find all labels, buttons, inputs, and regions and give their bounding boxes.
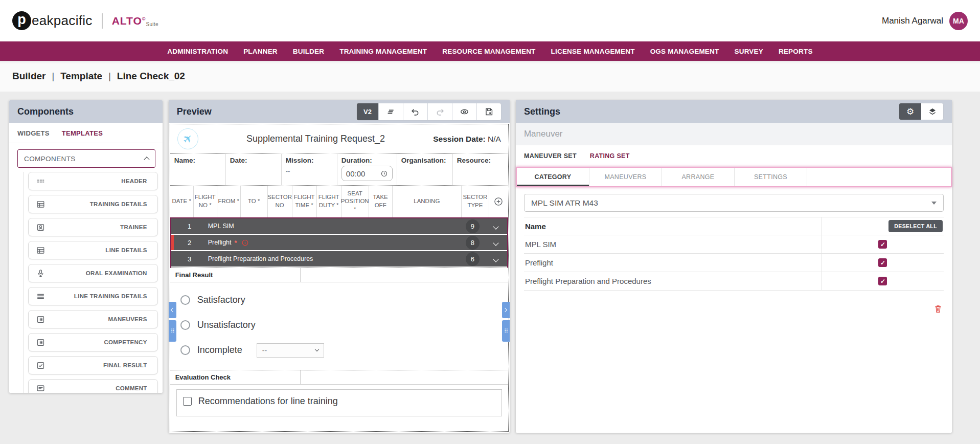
component-item-line-details[interactable]: LINE DETAILS (28, 241, 158, 259)
field-value: -- (286, 167, 333, 175)
row-checkbox[interactable] (878, 240, 887, 249)
section-number: 2 (171, 239, 208, 247)
incomplete-grade-select[interactable]: -- (257, 343, 324, 358)
deselect-all-button[interactable]: DESELECT ALL (888, 220, 943, 232)
brand-logo[interactable]: p eakpacific ALTO©Suite (12, 11, 158, 30)
nav-builder[interactable]: BUILDER (290, 48, 327, 55)
user-menu[interactable]: Manish Agarwal MA (882, 12, 968, 30)
component-item-trainee[interactable]: TRAINEE (28, 218, 158, 236)
user-name: Manish Agarwal (882, 16, 943, 26)
evaluation-check-widget[interactable]: Evaluation Check Recommendations for lin… (170, 370, 508, 416)
product-alto: ALTO (112, 15, 142, 27)
gear-button[interactable]: ⚙ (899, 103, 921, 120)
component-item-comment[interactable]: COMMENT (28, 379, 158, 393)
tab-category[interactable]: CATEGORY (517, 168, 589, 186)
undo-button[interactable] (403, 103, 427, 120)
col-header-take-off: TAKE OFF (369, 186, 392, 217)
drag-left-handle[interactable]: ⠿ (169, 320, 176, 342)
radio-circle-icon[interactable] (180, 345, 190, 355)
nav-administration[interactable]: ADMINISTRATION (164, 48, 231, 55)
final-result-widget[interactable]: Final Result Satisfactory Unsatisfactory… (170, 268, 508, 370)
add-row-button[interactable] (489, 186, 508, 217)
tab-maneuvers[interactable]: MANEUVERS (589, 168, 662, 186)
field-resource: Resource: (452, 154, 508, 185)
component-item-training-details[interactable]: TRAINING DETAILS (28, 195, 158, 213)
check-doc-icon (36, 360, 46, 370)
nav-planner[interactable]: PLANNER (240, 48, 281, 55)
component-item-label: TRAINEE (120, 224, 147, 230)
section-row-preflight-preparation[interactable]: 3 Preflight Preparation and Procedures 6 (171, 251, 507, 268)
radio-unsatisfactory[interactable]: Unsatisfactory (180, 313, 508, 338)
table-header-row: Name DESELECT ALL (524, 217, 944, 235)
align-justify-button[interactable] (378, 103, 403, 120)
tab-maneuver-set[interactable]: MANEUVER SET (524, 152, 577, 160)
components-collapse-header[interactable]: COMPONENTS (17, 149, 155, 168)
tab-arrange[interactable]: ARRANGE (662, 168, 735, 186)
component-item-label: MANEUVERS (108, 316, 147, 322)
section-row-mpl-sim[interactable]: 1 MPL SIM 9 (171, 218, 507, 235)
trash-icon[interactable] (933, 304, 943, 314)
drag-right-handle[interactable]: ⠿ (502, 320, 510, 342)
chevron-down-icon[interactable] (494, 221, 498, 231)
breadcrumb-separator: | (52, 71, 54, 82)
maneuver-set-dropdown[interactable]: MPL SIM ATR M43 (524, 194, 944, 212)
component-item-maneuvers[interactable]: MANEUVERS (28, 310, 158, 328)
chevron-down-icon[interactable] (494, 254, 498, 263)
field-name: Name: (170, 154, 225, 185)
tab-templates[interactable]: TEMPLATES (62, 129, 103, 137)
version-button[interactable]: V2 (357, 103, 378, 120)
evaluation-check-header: Evaluation Check (170, 370, 508, 385)
recommendations-checkbox[interactable] (183, 397, 192, 406)
document-header-widget[interactable]: ✈ Supplemental Training Request_2 Sessio… (170, 124, 508, 154)
table-row-preflight-preparation: Preflight Preparation and Procedures (524, 272, 944, 291)
component-item-line-training-details[interactable]: LINE TRAINING DETAILS (28, 287, 158, 305)
breadcrumb-separator: | (108, 71, 111, 82)
duration-time-input[interactable]: 00:00 (341, 166, 393, 181)
row-checkbox[interactable] (878, 277, 887, 285)
component-item-header[interactable]: HEADER (28, 172, 158, 190)
nav-license-management[interactable]: LICENSE MANAGEMENT (548, 48, 638, 55)
comment-icon (36, 383, 46, 393)
chevron-down-icon[interactable] (494, 238, 498, 247)
nav-resource-management[interactable]: RESOURCE MANAGEMENT (439, 48, 538, 55)
list-box-icon (36, 337, 46, 347)
row-checkbox[interactable] (878, 258, 887, 267)
component-item-oral-examination[interactable]: ORAL EXAMINATION (28, 264, 158, 282)
tab-rating-set[interactable]: RATING SET (590, 152, 630, 160)
nav-training-management[interactable]: TRAINING MANAGEMENT (336, 48, 430, 55)
tab-settings[interactable]: SETTINGS (735, 168, 807, 186)
tab-widgets[interactable]: WIDGETS (17, 129, 50, 137)
section-row-preflight[interactable]: 2 Preflight * 8 (171, 235, 507, 251)
collapse-left-handle[interactable] (169, 302, 176, 318)
row-name: Preflight Preparation and Procedures (524, 272, 822, 290)
section-name: MPL SIM (208, 223, 234, 230)
layers-button[interactable] (921, 103, 943, 120)
section-name: Preflight Preparation and Procedures (208, 255, 313, 262)
training-details-widget[interactable]: Name: Date: Mission: -- Duration: 00:00 (170, 154, 508, 186)
radio-satisfactory[interactable]: Satisfactory (180, 287, 508, 313)
preview-eye-button[interactable] (452, 103, 476, 120)
field-label: Name: (174, 157, 221, 164)
evaluation-checkbox-row[interactable]: Recommendations for line training (176, 389, 502, 416)
save-button[interactable] (476, 103, 501, 120)
preview-panel-header: Preview V2 (169, 100, 510, 123)
nav-ogs-management[interactable]: OGS MANAGEMENT (647, 48, 722, 55)
field-date: Date: (225, 154, 281, 185)
collapse-right-handle[interactable] (502, 302, 510, 318)
nav-survey[interactable]: SURVEY (731, 48, 766, 55)
component-item-final-result[interactable]: FINAL RESULT (28, 356, 158, 374)
preview-panel: Preview V2 ✈ Supplemental Training Reque… (169, 100, 510, 433)
radio-incomplete[interactable]: Incomplete -- (180, 338, 508, 363)
avatar[interactable]: MA (949, 12, 968, 30)
breadcrumb-template[interactable]: Template (60, 71, 102, 82)
radio-circle-icon[interactable] (180, 295, 190, 305)
chevron-down-icon (314, 347, 318, 351)
settings-panel: Settings ⚙ Maneuver MANEUVER SET RATING … (516, 100, 952, 433)
radio-circle-icon[interactable] (180, 320, 190, 330)
nav-reports[interactable]: REPORTS (776, 48, 816, 55)
breadcrumb-builder[interactable]: Builder (12, 71, 45, 82)
clock-icon[interactable] (380, 170, 388, 177)
redo-button[interactable] (427, 103, 452, 120)
component-item-competency[interactable]: COMPETENCY (28, 333, 158, 351)
component-item-label: LINE DETAILS (105, 247, 147, 253)
